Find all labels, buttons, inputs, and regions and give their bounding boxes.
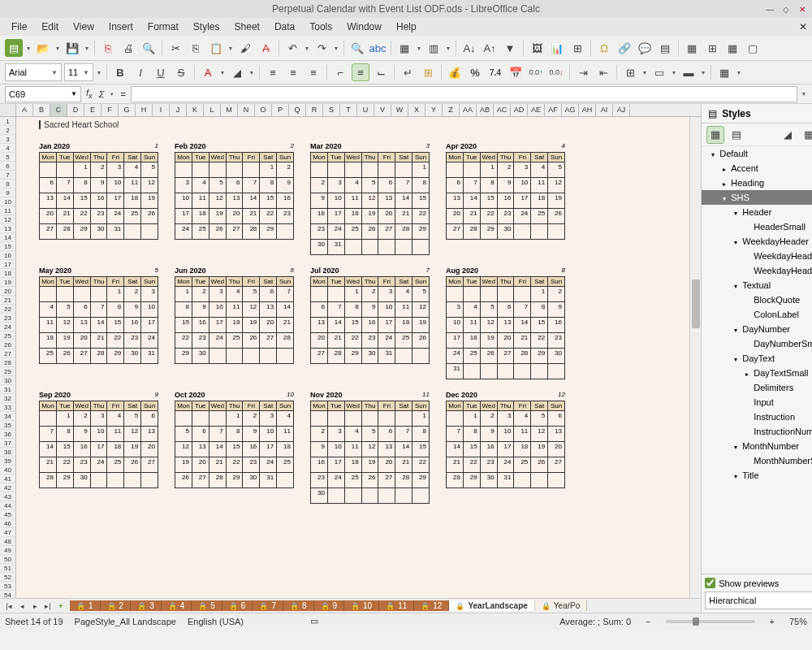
headers-footers-button[interactable]: ▤ xyxy=(656,39,674,57)
align-top-button[interactable]: ⌐ xyxy=(331,63,349,81)
row-header-45[interactable]: 45 xyxy=(0,510,15,519)
border-style-dropdown[interactable]: ▼ xyxy=(671,63,677,81)
comment-button[interactable]: 💬 xyxy=(636,39,654,57)
print-button[interactable]: 🖨 xyxy=(119,39,137,57)
sort-asc-button[interactable]: A↓ xyxy=(460,39,478,57)
column-headers[interactable]: ABCDEFGHIJKLMNOPQRSTUVWXYZAAABACADAEAFAG… xyxy=(0,104,701,117)
row-header-17[interactable]: 17 xyxy=(0,260,15,269)
col-header-J[interactable]: J xyxy=(170,104,187,116)
paste-button[interactable]: 📋 xyxy=(207,39,225,57)
new-style-button[interactable]: ▦ xyxy=(800,126,812,144)
open-dropdown[interactable]: ▼ xyxy=(54,39,61,57)
menu-window[interactable]: Window xyxy=(340,20,388,34)
row-header-21[interactable]: 21 xyxy=(0,296,15,305)
row-header-41[interactable]: 41 xyxy=(0,474,15,483)
row-header-43[interactable]: 43 xyxy=(0,492,15,501)
border-style-button[interactable]: ▭ xyxy=(650,63,668,81)
col-header-L[interactable]: L xyxy=(204,104,221,116)
align-center-v-button[interactable]: ≡ xyxy=(352,63,369,81)
style-accent[interactable]: ▸Accent xyxy=(702,161,812,176)
document-close-button[interactable]: ✕ xyxy=(799,21,807,32)
align-right-button[interactable]: ≡ xyxy=(304,63,322,81)
row-header-20[interactable]: 20 xyxy=(0,287,15,296)
col-header-AB[interactable]: AB xyxy=(477,104,494,116)
style-default[interactable]: ▾Default xyxy=(702,146,812,161)
col-dropdown[interactable]: ▼ xyxy=(445,39,451,57)
style-weekdayheadersma[interactable]: WeekdayHeaderSma xyxy=(702,263,812,278)
menu-insert[interactable]: Insert xyxy=(102,20,140,34)
style-instruction[interactable]: Instruction xyxy=(702,410,812,424)
vertical-scrollbar[interactable] xyxy=(689,117,701,598)
row-header-4[interactable]: 4 xyxy=(0,144,15,153)
strikethrough-button[interactable]: S xyxy=(172,63,190,81)
language-info[interactable]: English (USA) xyxy=(188,617,244,626)
col-header-K[interactable]: K xyxy=(187,104,204,116)
split-window-button[interactable]: ▦ xyxy=(723,39,741,57)
col-header-P[interactable]: P xyxy=(272,104,289,116)
row-header-3[interactable]: 3 xyxy=(0,135,15,144)
column-button[interactable]: ▥ xyxy=(425,39,443,57)
add-decimal-button[interactable]: 0.0↑ xyxy=(527,63,545,81)
last-sheet-button[interactable]: ▸| xyxy=(42,600,54,612)
print-preview-button[interactable]: 🔍 xyxy=(140,39,158,57)
style-textual[interactable]: ▾Textual xyxy=(702,278,812,292)
font-color-dropdown[interactable]: ▼ xyxy=(219,63,226,81)
sort-desc-button[interactable]: A↑ xyxy=(481,39,499,57)
zoom-in-button[interactable]: + xyxy=(767,617,778,626)
add-sheet-button[interactable]: + xyxy=(55,600,67,612)
col-header-U[interactable]: U xyxy=(357,104,374,116)
remove-decimal-button[interactable]: 0.0↓ xyxy=(547,63,565,81)
sheet-tab-8[interactable]: 🔒8 xyxy=(283,600,314,611)
col-header-AE[interactable]: AE xyxy=(528,104,545,116)
autofilter-button[interactable]: ▼ xyxy=(501,39,519,57)
style-headersmall[interactable]: HeaderSmall xyxy=(702,219,812,234)
style-daytext[interactable]: ▾DayText xyxy=(702,351,812,366)
find-button[interactable]: 🔍 xyxy=(348,39,366,57)
col-header-X[interactable]: X xyxy=(408,104,425,116)
row-header-52[interactable]: 52 xyxy=(0,573,15,582)
sheet-tab-10[interactable]: 🔒10 xyxy=(344,600,379,611)
style-header[interactable]: ▾Header xyxy=(702,205,812,219)
sheet-tab-yearlandscape[interactable]: 🔒YearLandscape xyxy=(449,600,534,611)
col-header-R[interactable]: R xyxy=(306,104,323,116)
chart-button[interactable]: 📊 xyxy=(548,39,566,57)
sum-button[interactable]: Σ xyxy=(97,89,106,99)
undo-dropdown[interactable]: ▼ xyxy=(304,39,310,57)
undo-button[interactable]: ↶ xyxy=(283,39,301,57)
date-button[interactable]: 📅 xyxy=(507,63,525,81)
row-header-19[interactable]: 19 xyxy=(0,278,15,287)
row-header-9[interactable]: 9 xyxy=(0,188,15,197)
col-header-AC[interactable]: AC xyxy=(494,104,511,116)
styles-filter-select[interactable]: Hierarchical▼ xyxy=(705,592,812,609)
col-header-AF[interactable]: AF xyxy=(545,104,562,116)
row-headers[interactable]: 1234567891011121314151617181920212223242… xyxy=(0,117,16,598)
style-instructionnumber[interactable]: InstructionNumber xyxy=(702,424,812,439)
col-header-AA[interactable]: AA xyxy=(460,104,477,116)
col-header-AJ[interactable]: AJ xyxy=(613,104,630,116)
row-dropdown[interactable]: ▼ xyxy=(416,39,422,57)
row-header-22[interactable]: 22 xyxy=(0,305,15,314)
save-button[interactable]: 💾 xyxy=(63,39,81,57)
row-header-54[interactable]: 54 xyxy=(0,591,15,598)
sheet-tab-9[interactable]: 🔒9 xyxy=(314,600,345,611)
row-header-40[interactable]: 40 xyxy=(0,466,15,474)
pdf-button[interactable]: ⎘ xyxy=(99,39,117,57)
freeze-button[interactable]: ⊞ xyxy=(703,39,721,57)
row-header-6[interactable]: 6 xyxy=(0,162,15,171)
col-header-AD[interactable]: AD xyxy=(511,104,528,116)
col-header-M[interactable]: M xyxy=(221,104,238,116)
merge-button[interactable]: ⊞ xyxy=(419,63,437,81)
row-header-32[interactable]: 32 xyxy=(0,394,15,403)
style-title[interactable]: ▾Title xyxy=(702,468,812,483)
cell-grid[interactable]: Sacred Heart School Jan 20201MonTueWedTh… xyxy=(16,117,689,598)
page-style-info[interactable]: PageStyle_All Landscape xyxy=(75,617,176,626)
zoom-out-button[interactable]: − xyxy=(642,617,654,626)
col-header-Z[interactable]: Z xyxy=(443,104,460,116)
row-header-29[interactable]: 29 xyxy=(0,367,15,376)
style-heading[interactable]: ▸Heading xyxy=(702,176,812,190)
col-header-H[interactable]: H xyxy=(136,104,153,116)
row-header-14[interactable]: 14 xyxy=(0,233,15,242)
row-header-12[interactable]: 12 xyxy=(0,215,15,224)
style-colonlabel[interactable]: ColonLabel xyxy=(702,307,812,322)
sheet-tab-yearpo[interactable]: 🔒YearPo xyxy=(535,600,587,611)
